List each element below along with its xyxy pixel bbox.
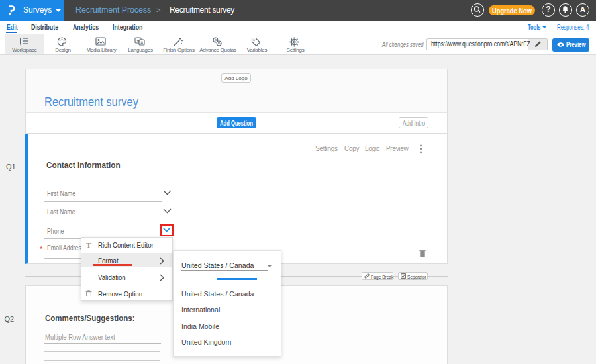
svg-text:★: ★ <box>136 39 140 43</box>
svg-text:A: A <box>140 40 144 45</box>
